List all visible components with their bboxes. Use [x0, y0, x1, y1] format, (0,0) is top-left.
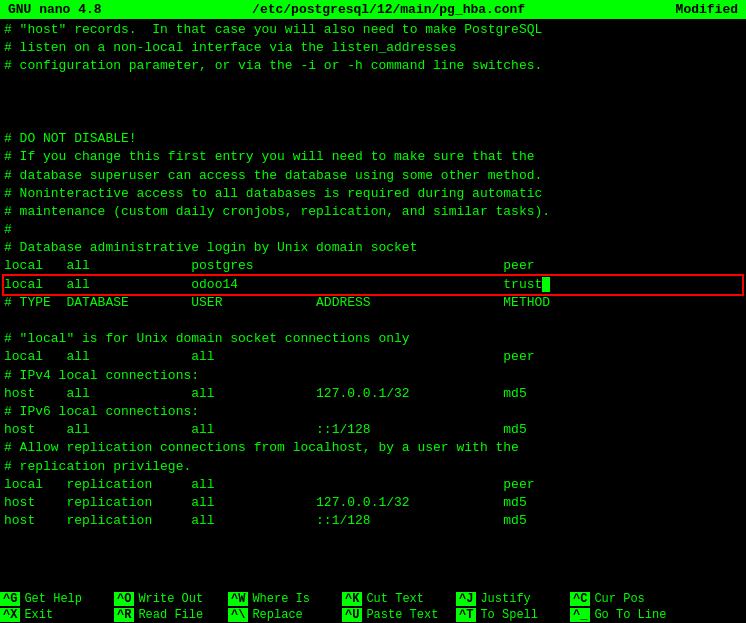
editor-line: # "local" is for Unix domain socket conn…	[4, 330, 742, 348]
shortcut-label: Where Is	[248, 592, 314, 606]
shortcut-key: ^O	[114, 592, 134, 606]
title-right: Modified	[676, 2, 738, 17]
shortcut-label: Get Help	[20, 592, 86, 606]
title-left: GNU nano 4.8	[8, 2, 102, 17]
editor-line	[4, 548, 742, 566]
shortcut-label: Read File	[134, 608, 207, 622]
editor-line: # maintenance (custom daily cronjobs, re…	[4, 203, 742, 221]
shortcut-key: ^C	[570, 592, 590, 606]
editor-line: local all postgres peer	[4, 257, 742, 275]
shortcut-label: Justify	[476, 592, 534, 606]
shortcut-label: Cut Text	[362, 592, 428, 606]
editor-line: local all all peer	[4, 348, 742, 366]
shortcut-key: ^\	[228, 608, 248, 622]
shortcut-label: Exit	[20, 608, 57, 622]
editor-line	[4, 567, 742, 585]
shortcut-item[interactable]: ^TTo Spell	[456, 608, 566, 622]
editor-area[interactable]: # "host" records. In that case you will …	[0, 19, 746, 591]
editor-line	[4, 94, 742, 112]
terminal: GNU nano 4.8 /etc/postgresql/12/main/pg_…	[0, 0, 746, 623]
editor-line: # configuration parameter, or via the -i…	[4, 57, 742, 75]
editor-line: # IPv6 local connections:	[4, 403, 742, 421]
shortcut-item[interactable]: ^\Replace	[228, 608, 338, 622]
editor-line: host all all ::1/128 md5	[4, 421, 742, 439]
editor-line: #	[4, 221, 742, 239]
editor-line	[4, 312, 742, 330]
shortcut-key: ^G	[0, 592, 20, 606]
shortcut-item[interactable]: ^KCut Text	[342, 592, 452, 606]
editor-line	[4, 76, 742, 94]
shortcut-key: ^_	[570, 608, 590, 622]
editor-line: host all all 127.0.0.1/32 md5	[4, 385, 742, 403]
shortcut-key: ^T	[456, 608, 476, 622]
shortcut-key: ^R	[114, 608, 134, 622]
shortcut-item[interactable]: ^CCur Pos	[570, 592, 680, 606]
shortcut-item[interactable]: ^JJustify	[456, 592, 566, 606]
shortcut-row-1: ^GGet Help^OWrite Out^WWhere Is^KCut Tex…	[0, 591, 746, 607]
editor-line: # Allow replication connections from loc…	[4, 439, 742, 457]
shortcut-label: To Spell	[476, 608, 542, 622]
editor-line: local all odoo14 trust	[4, 276, 742, 294]
editor-line: # TYPE DATABASE USER ADDRESS METHOD	[4, 294, 742, 312]
shortcut-key: ^J	[456, 592, 476, 606]
statusbar-bottom: ^GGet Help^OWrite Out^WWhere Is^KCut Tex…	[0, 591, 746, 623]
shortcut-label: Cur Pos	[590, 592, 648, 606]
shortcut-key: ^X	[0, 608, 20, 622]
editor-line: # replication privilege.	[4, 458, 742, 476]
shortcut-key: ^K	[342, 592, 362, 606]
shortcut-row-2: ^XExit^RRead File^\Replace^UPaste Text^T…	[0, 607, 746, 623]
shortcut-item[interactable]: ^RRead File	[114, 608, 224, 622]
editor-line: local replication all peer	[4, 476, 742, 494]
editor-line	[4, 530, 742, 548]
editor-line: # Noninteractive access to all databases…	[4, 185, 742, 203]
editor-line	[4, 585, 742, 591]
shortcut-key: ^U	[342, 608, 362, 622]
editor-line: # Database administrative login by Unix …	[4, 239, 742, 257]
shortcut-label: Replace	[248, 608, 306, 622]
shortcut-item[interactable]: ^_Go To Line	[570, 608, 680, 622]
editor-line: host replication all ::1/128 md5	[4, 512, 742, 530]
shortcut-item[interactable]: ^UPaste Text	[342, 608, 452, 622]
editor-line: # DO NOT DISABLE!	[4, 130, 742, 148]
editor-line: # "host" records. In that case you will …	[4, 21, 742, 39]
editor-line: # listen on a non-local interface via th…	[4, 39, 742, 57]
editor-line: # IPv4 local connections:	[4, 367, 742, 385]
lines-container: # "host" records. In that case you will …	[4, 21, 742, 591]
title-center: /etc/postgresql/12/main/pg_hba.conf	[252, 2, 525, 17]
shortcut-key: ^W	[228, 592, 248, 606]
shortcut-item[interactable]: ^GGet Help	[0, 592, 110, 606]
editor-line: # If you change this first entry you wil…	[4, 148, 742, 166]
shortcut-item[interactable]: ^WWhere Is	[228, 592, 338, 606]
shortcut-label: Go To Line	[590, 608, 670, 622]
shortcut-item[interactable]: ^XExit	[0, 608, 110, 622]
editor-line: host replication all 127.0.0.1/32 md5	[4, 494, 742, 512]
shortcut-label: Paste Text	[362, 608, 442, 622]
editor-line	[4, 112, 742, 130]
shortcut-label: Write Out	[134, 592, 207, 606]
title-bar: GNU nano 4.8 /etc/postgresql/12/main/pg_…	[0, 0, 746, 19]
shortcut-item[interactable]: ^OWrite Out	[114, 592, 224, 606]
editor-line: # database superuser can access the data…	[4, 167, 742, 185]
